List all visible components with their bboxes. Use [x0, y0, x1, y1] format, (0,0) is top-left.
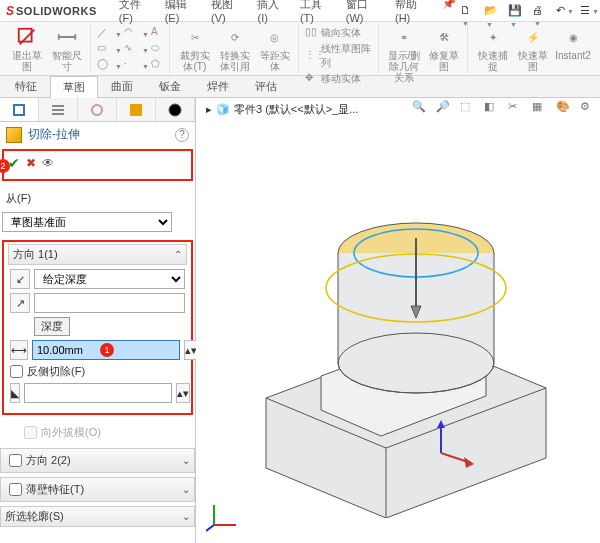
options-icon[interactable]: ☰: [580, 4, 594, 18]
menu-window[interactable]: 窗口(W): [342, 0, 387, 26]
property-manager: 切除-拉伸 ? 2 ✔ ✖ 👁 从(F) 草图基准面 方向 1(1) ⌃: [0, 98, 196, 543]
draft-field[interactable]: [24, 383, 172, 403]
rapidsketch-button[interactable]: ⚡快速草图: [514, 24, 552, 72]
smart-dim-button[interactable]: 智能尺寸: [48, 24, 86, 72]
cut-extrude-icon: [6, 127, 22, 143]
collapse-icon[interactable]: ⌃: [174, 249, 182, 260]
pm-tab-config-icon[interactable]: [78, 98, 117, 121]
pm-tab-prop-icon[interactable]: [117, 98, 156, 121]
linpat-button[interactable]: ⋮⋮线性草图阵列: [305, 42, 374, 70]
crumb-text: 零件3 (默认<<默认>_显...: [234, 102, 358, 117]
poly-tool[interactable]: ⬠: [151, 58, 165, 72]
menu-help[interactable]: 帮助(H): [391, 0, 434, 26]
tab-evaluate[interactable]: 评估: [242, 75, 290, 97]
point-tool[interactable]: ·: [124, 58, 149, 72]
save-icon[interactable]: 💾: [508, 4, 522, 18]
rect-tool[interactable]: ▭: [97, 42, 122, 56]
menu-pin-icon[interactable]: 📌: [438, 0, 460, 26]
display-style-icon[interactable]: ◧: [484, 100, 500, 116]
section-icon[interactable]: ✂: [508, 100, 524, 116]
pm-tab-appear-icon[interactable]: [156, 98, 195, 121]
menu-insert[interactable]: 插入(I): [253, 0, 291, 26]
tab-sheetmetal[interactable]: 钣金: [146, 75, 194, 97]
preview-button[interactable]: 👁: [42, 156, 54, 170]
graphics-viewport[interactable]: ▸ 🧊 零件3 (默认<<默认>_显... 🔍 🔎 ⬚ ◧ ✂ ▦ 🎨 ⚙: [196, 98, 600, 543]
mirror-button[interactable]: ▯▯镜向实体: [305, 26, 374, 40]
menu-edit[interactable]: 编辑(E): [161, 0, 203, 26]
view-triad[interactable]: [206, 497, 242, 533]
crumb-expand-icon[interactable]: ▸: [206, 103, 212, 116]
instant2d-button[interactable]: ◉Instant2: [554, 24, 592, 61]
tab-surface[interactable]: 曲面: [98, 75, 146, 97]
tab-feature[interactable]: 特征: [2, 75, 50, 97]
pm-tab-strip: [0, 98, 195, 122]
exit-sketch-button[interactable]: 退出草图: [8, 24, 46, 72]
arc-tool[interactable]: ◠: [124, 26, 149, 40]
pm-tab-feature-icon[interactable]: [0, 98, 39, 121]
menu-file[interactable]: 文件(F): [115, 0, 157, 26]
direction-ref-button[interactable]: ↗: [10, 293, 30, 313]
circle-tool[interactable]: ◯: [97, 58, 122, 72]
outward-draft-checkbox: 向外拔模(O): [24, 425, 193, 440]
open-icon[interactable]: 📂: [484, 4, 498, 18]
view-orient-icon[interactable]: ⬚: [460, 100, 476, 116]
thin-header[interactable]: 薄壁特征(T) ⌄: [0, 477, 195, 502]
draft-button[interactable]: ◣: [10, 383, 20, 403]
show-rel-button[interactable]: ⚭显示/删除几何关系: [385, 24, 423, 83]
title-bar: S SOLIDWORKS 文件(F) 编辑(E) 视图(V) 插入(I) 工具(…: [0, 0, 600, 22]
menu-view[interactable]: 视图(V): [207, 0, 249, 26]
repair-button[interactable]: 🛠修复草图: [425, 24, 463, 72]
new-icon[interactable]: 🗋: [460, 4, 474, 18]
dir2-header[interactable]: 方向 2(2) ⌄: [0, 448, 195, 473]
direction-ref-field[interactable]: [34, 293, 185, 313]
undo-icon[interactable]: ↶: [556, 4, 570, 18]
dir2-checkbox[interactable]: [9, 454, 22, 467]
draft-spinner-icon[interactable]: ▴▾: [176, 383, 190, 403]
from-select[interactable]: 草图基准面: [2, 212, 172, 232]
tab-weldment[interactable]: 焊件: [194, 75, 242, 97]
line-tool[interactable]: ／: [97, 26, 122, 40]
spline-tool[interactable]: ∿: [124, 42, 149, 56]
convert-button[interactable]: ⟳转换实体引用: [216, 24, 254, 72]
heads-up-toolbar: 🔍 🔎 ⬚ ◧ ✂ ▦ 🎨 ⚙: [412, 100, 596, 116]
reverse-dir-button[interactable]: ↙: [10, 269, 30, 289]
search-icon[interactable]: 🔍: [412, 100, 428, 116]
menu-tools[interactable]: 工具(T): [296, 0, 338, 26]
help-icon[interactable]: ?: [175, 128, 189, 142]
move-button[interactable]: ✥移动实体: [305, 72, 374, 86]
contour-header[interactable]: 所选轮廓(S) ⌄: [0, 506, 195, 527]
appearance-icon[interactable]: 🎨: [556, 100, 572, 116]
ribbon-group-pattern: ▯▯镜向实体 ⋮⋮线性草图阵列 ✥移动实体: [301, 24, 379, 73]
scene-icon[interactable]: ▦: [532, 100, 548, 116]
tab-sketch[interactable]: 草图: [50, 76, 98, 98]
end-condition-select[interactable]: 给定深度: [34, 269, 185, 289]
expand-icon[interactable]: ⌄: [182, 484, 190, 495]
breadcrumb[interactable]: ▸ 🧊 零件3 (默认<<默认>_显...: [206, 102, 358, 117]
quick-access-toolbar: 🗋 📂 💾 🖨 ↶ ☰: [460, 4, 594, 18]
expand-icon[interactable]: ⌄: [182, 511, 190, 522]
depth-button[interactable]: 深度: [34, 317, 70, 336]
zoom-icon[interactable]: 🔎: [436, 100, 452, 116]
dir1-header[interactable]: 方向 1(1) ⌃: [8, 244, 187, 265]
ribbon-group-modify: ✂裁剪实体(T) ⟳转换实体引用 ◎等距实体: [172, 24, 299, 73]
ok-button[interactable]: ✔: [8, 155, 20, 171]
cancel-button[interactable]: ✖: [26, 156, 36, 170]
ribbon-group-snap: ✦快速捕捉 ⚡快速草图 ◉Instant2: [470, 24, 596, 73]
thin-checkbox[interactable]: [9, 483, 22, 496]
print-icon[interactable]: 🖨: [532, 4, 546, 18]
svg-line-18: [206, 525, 214, 531]
command-tabs: 特征 草图 曲面 钣金 焊件 评估: [0, 76, 600, 98]
expand-icon[interactable]: ⌄: [182, 455, 190, 466]
flip-cut-checkbox[interactable]: 反侧切除(F): [10, 364, 185, 379]
pm-tab-tree-icon[interactable]: [39, 98, 78, 121]
settings-icon[interactable]: ⚙: [580, 100, 596, 116]
ribbon-group-sketch: 退出草图 智能尺寸: [4, 24, 91, 73]
offset-button[interactable]: ◎等距实体: [256, 24, 294, 72]
slot-tool[interactable]: ⬭: [151, 42, 165, 56]
svg-rect-1: [14, 105, 24, 115]
text-tool[interactable]: A: [151, 26, 165, 40]
quicksnap-button[interactable]: ✦快速捕捉: [474, 24, 512, 72]
trim-button[interactable]: ✂裁剪实体(T): [176, 24, 214, 72]
exit-sketch-label: 退出草图: [8, 50, 46, 72]
main-menu: 文件(F) 编辑(E) 视图(V) 插入(I) 工具(T) 窗口(W) 帮助(H…: [115, 0, 460, 26]
